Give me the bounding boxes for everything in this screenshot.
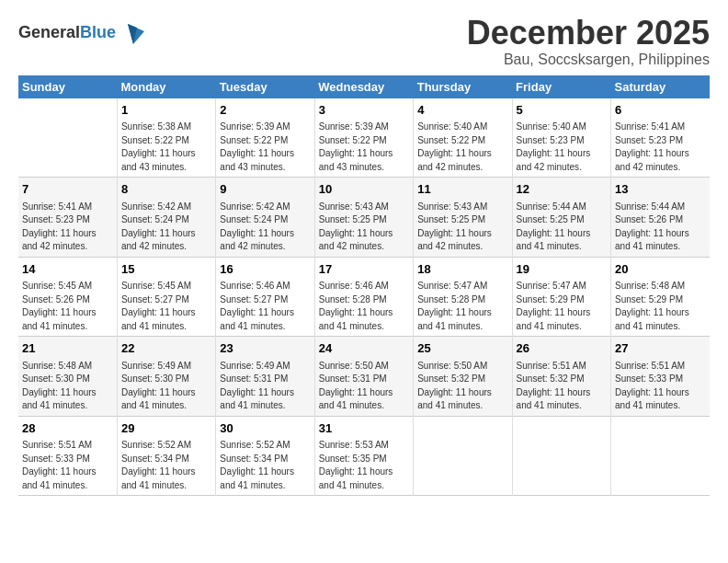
week-row-5: 28Sunrise: 5:51 AM Sunset: 5:33 PM Dayli… — [18, 416, 710, 496]
day-info: Sunrise: 5:45 AM Sunset: 5:26 PM Dayligh… — [22, 281, 97, 331]
calendar-cell: 13Sunrise: 5:44 AM Sunset: 5:26 PM Dayli… — [611, 178, 710, 258]
day-info: Sunrise: 5:50 AM Sunset: 5:32 PM Dayligh… — [417, 361, 492, 411]
calendar-cell: 3Sunrise: 5:39 AM Sunset: 5:22 PM Daylig… — [314, 98, 413, 178]
day-info: Sunrise: 5:51 AM Sunset: 5:33 PM Dayligh… — [615, 361, 689, 411]
calendar-cell — [611, 416, 710, 496]
day-number: 11 — [417, 181, 507, 198]
day-info: Sunrise: 5:44 AM Sunset: 5:25 PM Dayligh… — [517, 201, 591, 252]
day-number: 1 — [121, 102, 211, 119]
day-number: 25 — [417, 340, 507, 357]
day-info: Sunrise: 5:49 AM Sunset: 5:30 PM Dayligh… — [121, 361, 196, 411]
calendar-cell: 25Sunrise: 5:50 AM Sunset: 5:32 PM Dayli… — [414, 337, 512, 417]
calendar-cell: 31Sunrise: 5:53 AM Sunset: 5:35 PM Dayli… — [314, 416, 413, 496]
logo: GeneralBlue — [18, 18, 148, 48]
calendar-cell: 11Sunrise: 5:43 AM Sunset: 5:25 PM Dayli… — [414, 178, 512, 258]
day-number: 31 — [319, 420, 409, 437]
day-info: Sunrise: 5:41 AM Sunset: 5:23 PM Dayligh… — [22, 201, 97, 252]
day-header-wednesday: Wednesday — [314, 75, 413, 98]
calendar-cell: 12Sunrise: 5:44 AM Sunset: 5:25 PM Dayli… — [512, 178, 610, 258]
calendar-cell: 24Sunrise: 5:50 AM Sunset: 5:31 PM Dayli… — [314, 337, 413, 417]
day-info: Sunrise: 5:47 AM Sunset: 5:29 PM Dayligh… — [517, 281, 591, 331]
day-info: Sunrise: 5:53 AM Sunset: 5:35 PM Dayligh… — [319, 440, 393, 490]
day-info: Sunrise: 5:40 AM Sunset: 5:22 PM Dayligh… — [417, 121, 492, 172]
day-info: Sunrise: 5:38 AM Sunset: 5:22 PM Dayligh… — [121, 121, 196, 172]
day-number: 16 — [220, 261, 310, 278]
calendar-cell: 5Sunrise: 5:40 AM Sunset: 5:23 PM Daylig… — [512, 98, 610, 178]
day-info: Sunrise: 5:43 AM Sunset: 5:25 PM Dayligh… — [417, 201, 492, 252]
day-number: 17 — [319, 261, 409, 278]
day-header-saturday: Saturday — [611, 75, 710, 98]
day-info: Sunrise: 5:42 AM Sunset: 5:24 PM Dayligh… — [220, 201, 294, 252]
day-info: Sunrise: 5:52 AM Sunset: 5:34 PM Dayligh… — [121, 440, 196, 490]
day-number: 15 — [121, 261, 211, 278]
day-number: 19 — [517, 261, 607, 278]
calendar-cell: 7Sunrise: 5:41 AM Sunset: 5:23 PM Daylig… — [18, 178, 117, 258]
calendar-cell: 16Sunrise: 5:46 AM Sunset: 5:27 PM Dayli… — [216, 257, 314, 337]
calendar-cell: 15Sunrise: 5:45 AM Sunset: 5:27 PM Dayli… — [117, 257, 215, 337]
day-number: 18 — [417, 261, 507, 278]
week-row-3: 14Sunrise: 5:45 AM Sunset: 5:26 PM Dayli… — [18, 257, 710, 337]
day-header-friday: Friday — [512, 75, 610, 98]
calendar-cell: 20Sunrise: 5:48 AM Sunset: 5:29 PM Dayli… — [611, 257, 710, 337]
day-header-monday: Monday — [117, 75, 215, 98]
day-number: 21 — [22, 340, 113, 357]
calendar-cell: 10Sunrise: 5:43 AM Sunset: 5:25 PM Dayli… — [314, 178, 413, 258]
calendar-cell: 14Sunrise: 5:45 AM Sunset: 5:26 PM Dayli… — [18, 257, 117, 337]
day-number: 28 — [22, 420, 113, 437]
day-info: Sunrise: 5:45 AM Sunset: 5:27 PM Dayligh… — [121, 281, 196, 331]
calendar-cell: 9Sunrise: 5:42 AM Sunset: 5:24 PM Daylig… — [216, 178, 314, 258]
calendar-cell: 23Sunrise: 5:49 AM Sunset: 5:31 PM Dayli… — [216, 337, 314, 417]
day-number: 30 — [220, 420, 310, 437]
logo-icon — [119, 18, 148, 48]
calendar-cell: 29Sunrise: 5:52 AM Sunset: 5:34 PM Dayli… — [117, 416, 215, 496]
calendar-cell: 1Sunrise: 5:38 AM Sunset: 5:22 PM Daylig… — [117, 98, 215, 178]
calendar-cell: 27Sunrise: 5:51 AM Sunset: 5:33 PM Dayli… — [611, 337, 710, 417]
calendar-cell: 2Sunrise: 5:39 AM Sunset: 5:22 PM Daylig… — [216, 98, 314, 178]
day-info: Sunrise: 5:44 AM Sunset: 5:26 PM Dayligh… — [615, 201, 689, 252]
week-row-1: 1Sunrise: 5:38 AM Sunset: 5:22 PM Daylig… — [18, 98, 710, 178]
day-number: 20 — [615, 261, 706, 278]
day-number: 8 — [121, 181, 211, 198]
day-header-tuesday: Tuesday — [216, 75, 314, 98]
calendar-cell: 21Sunrise: 5:48 AM Sunset: 5:30 PM Dayli… — [18, 337, 117, 417]
day-info: Sunrise: 5:39 AM Sunset: 5:22 PM Dayligh… — [220, 121, 294, 172]
day-number: 23 — [220, 340, 310, 357]
calendar-header: GeneralBlue December 2025 Bau, Soccsksar… — [18, 15, 710, 68]
day-number: 26 — [517, 340, 607, 357]
day-number: 3 — [319, 102, 409, 119]
calendar-cell: 17Sunrise: 5:46 AM Sunset: 5:28 PM Dayli… — [314, 257, 413, 337]
day-info: Sunrise: 5:49 AM Sunset: 5:31 PM Dayligh… — [220, 361, 294, 411]
calendar-cell: 30Sunrise: 5:52 AM Sunset: 5:34 PM Dayli… — [216, 416, 314, 496]
calendar-cell: 19Sunrise: 5:47 AM Sunset: 5:29 PM Dayli… — [512, 257, 610, 337]
day-info: Sunrise: 5:42 AM Sunset: 5:24 PM Dayligh… — [121, 201, 196, 252]
calendar-cell: 22Sunrise: 5:49 AM Sunset: 5:30 PM Dayli… — [117, 337, 215, 417]
day-info: Sunrise: 5:41 AM Sunset: 5:23 PM Dayligh… — [615, 121, 689, 172]
day-info: Sunrise: 5:39 AM Sunset: 5:22 PM Dayligh… — [319, 121, 393, 172]
day-number: 6 — [615, 102, 706, 119]
day-number: 22 — [121, 340, 211, 357]
day-number: 4 — [417, 102, 507, 119]
calendar-cell: 4Sunrise: 5:40 AM Sunset: 5:22 PM Daylig… — [414, 98, 512, 178]
day-header-sunday: Sunday — [18, 75, 117, 98]
day-info: Sunrise: 5:46 AM Sunset: 5:27 PM Dayligh… — [220, 281, 294, 331]
days-header-row: SundayMondayTuesdayWednesdayThursdayFrid… — [18, 75, 710, 98]
calendar-subtitle: Bau, Soccsksargen, Philippines — [467, 52, 710, 68]
day-number: 27 — [615, 340, 706, 357]
calendar-cell — [414, 416, 512, 496]
day-info: Sunrise: 5:50 AM Sunset: 5:31 PM Dayligh… — [319, 361, 393, 411]
calendar-cell: 8Sunrise: 5:42 AM Sunset: 5:24 PM Daylig… — [117, 178, 215, 258]
day-info: Sunrise: 5:48 AM Sunset: 5:30 PM Dayligh… — [22, 361, 97, 411]
day-info: Sunrise: 5:51 AM Sunset: 5:32 PM Dayligh… — [517, 361, 591, 411]
day-number: 14 — [22, 261, 113, 278]
calendar-table: SundayMondayTuesdayWednesdayThursdayFrid… — [18, 75, 710, 497]
title-block: December 2025 Bau, Soccsksargen, Philipp… — [467, 15, 710, 68]
calendar-cell: 6Sunrise: 5:41 AM Sunset: 5:23 PM Daylig… — [611, 98, 710, 178]
day-number: 12 — [517, 181, 607, 198]
day-number: 29 — [121, 420, 211, 437]
day-number: 24 — [319, 340, 409, 357]
day-info: Sunrise: 5:46 AM Sunset: 5:28 PM Dayligh… — [319, 281, 393, 331]
calendar-cell: 18Sunrise: 5:47 AM Sunset: 5:28 PM Dayli… — [414, 257, 512, 337]
logo-general: GeneralBlue — [18, 24, 116, 42]
week-row-4: 21Sunrise: 5:48 AM Sunset: 5:30 PM Dayli… — [18, 337, 710, 417]
day-number: 2 — [220, 102, 310, 119]
